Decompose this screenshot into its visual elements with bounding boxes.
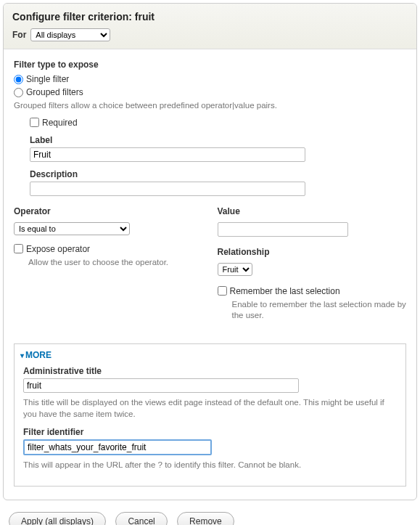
left-col: Operator Is equal to Expose operator All…: [14, 206, 203, 327]
admin-title-input[interactable]: [23, 378, 299, 393]
for-select[interactable]: All displays: [30, 28, 110, 41]
admin-title-label: Administrative title: [23, 366, 397, 376]
expose-operator-checkbox[interactable]: [14, 244, 23, 253]
label-label: Label: [30, 135, 406, 145]
expose-operator-row[interactable]: Expose operator: [14, 244, 203, 254]
single-filter-row[interactable]: Single filter: [14, 74, 406, 84]
admin-title-help: This title will be displayed on the view…: [23, 397, 397, 420]
operator-select[interactable]: Is equal to: [14, 222, 130, 235]
dialog-header: Configure filter criterion: fruit For Al…: [4, 4, 416, 49]
for-row: For All displays: [12, 28, 408, 41]
single-filter-radio[interactable]: [14, 75, 23, 84]
expose-operator-label: Expose operator: [26, 244, 90, 254]
triangle-down-icon: ▾: [20, 351, 24, 359]
remember-row[interactable]: Remember the last selection: [218, 286, 407, 296]
grouped-filter-label: Grouped filters: [26, 87, 83, 97]
remember-help: Enable to remember the last selection ma…: [232, 299, 407, 322]
more-section: ▾ MORE Administrative title This title w…: [14, 343, 406, 487]
apply-button[interactable]: Apply (all displays): [9, 512, 106, 525]
description-label: Description: [30, 169, 406, 179]
filter-id-input[interactable]: [23, 439, 212, 455]
value-label: Value: [218, 206, 407, 216]
filter-settings: Required Label Description: [30, 118, 406, 196]
dialog-title: Configure filter criterion: fruit: [12, 11, 408, 23]
remember-label: Remember the last selection: [230, 286, 340, 296]
dialog-footer: Apply (all displays) Cancel Remove: [0, 503, 420, 525]
filter-type-heading: Filter type to expose: [14, 60, 406, 70]
two-columns: Operator Is equal to Expose operator All…: [14, 206, 406, 327]
remove-button[interactable]: Remove: [177, 512, 234, 525]
more-label: MORE: [25, 350, 52, 360]
more-toggle[interactable]: ▾ MORE: [20, 350, 52, 360]
required-checkbox[interactable]: [30, 118, 39, 127]
grouped-help: Grouped filters allow a choice between p…: [14, 100, 406, 112]
right-col: Value Relationship Fruit Remember the la…: [218, 206, 407, 327]
label-input[interactable]: [30, 147, 305, 162]
filter-id-label: Filter identifier: [23, 427, 397, 437]
description-input[interactable]: [30, 182, 305, 196]
relationship-label: Relationship: [218, 247, 407, 257]
value-input[interactable]: [218, 222, 348, 237]
remember-checkbox[interactable]: [218, 286, 227, 296]
for-label: For: [12, 30, 26, 40]
required-label: Required: [42, 118, 78, 128]
cancel-button[interactable]: Cancel: [115, 512, 167, 525]
operator-label: Operator: [14, 206, 203, 216]
expose-operator-help: Allow the user to choose the operator.: [28, 257, 203, 269]
relationship-select[interactable]: Fruit: [218, 263, 252, 276]
filter-id-help: This will appear in the URL after the ? …: [23, 460, 397, 471]
single-filter-label: Single filter: [26, 74, 69, 84]
grouped-filter-radio[interactable]: [14, 88, 23, 97]
required-row[interactable]: Required: [30, 118, 406, 128]
dialog-body: Filter type to expose Single filter Grou…: [4, 49, 416, 500]
grouped-filter-row[interactable]: Grouped filters: [14, 87, 406, 97]
dialog: Configure filter criterion: fruit For Al…: [3, 3, 417, 500]
